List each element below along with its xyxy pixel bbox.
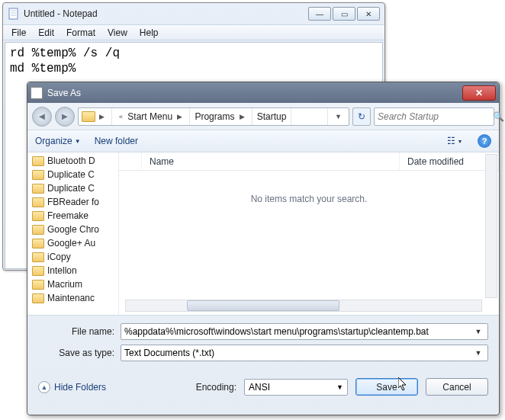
folder-icon [32, 211, 44, 221]
menu-help[interactable]: Help [134, 26, 164, 40]
toolbar: Organize ▼ New folder ☷▼ ? [27, 130, 499, 152]
tree-item[interactable]: Freemake [27, 209, 118, 223]
folder-icon [32, 184, 44, 194]
tree-item[interactable]: Google+ Au [27, 236, 118, 250]
svg-rect-0 [9, 8, 18, 19]
folder-icon [32, 239, 44, 248]
encoding-select[interactable]: ANSI▼ [244, 379, 348, 396]
nav-bar: ◄ ► ▶ « Start Menu ▶ Programs ▶ Startup … [27, 103, 499, 130]
savetype-select[interactable]: Text Documents (*.txt)▼ [121, 345, 488, 361]
folder-icon [32, 266, 44, 276]
dialog-icon [31, 87, 43, 99]
hide-folders-toggle[interactable]: ▲ Hide Folders [38, 381, 106, 393]
cancel-button[interactable]: Cancel [426, 378, 488, 396]
folder-tree[interactable]: Bluetooth D Duplicate C Duplicate C FBRe… [27, 152, 119, 315]
search-box[interactable]: 🔍 [374, 107, 494, 126]
folder-icon [32, 156, 44, 166]
filename-label: File name: [38, 326, 121, 337]
crumb-startup[interactable]: Startup [257, 111, 287, 122]
col-date[interactable]: Date modified [400, 152, 499, 170]
view-menu[interactable]: ☷▼ [445, 133, 464, 149]
scrollbar-thumb[interactable] [187, 300, 339, 311]
horizontal-scrollbar[interactable] [125, 300, 482, 312]
savetype-label: Save as type: [38, 348, 121, 358]
menu-file[interactable]: File [6, 26, 31, 40]
menu-view[interactable]: View [102, 26, 133, 40]
refresh-button[interactable]: ↻ [352, 107, 371, 126]
folder-icon [32, 252, 44, 262]
search-input[interactable] [378, 111, 493, 122]
folder-icon [32, 197, 44, 207]
crumb-programs[interactable]: Programs [195, 111, 234, 122]
tree-item[interactable]: Macrium [27, 277, 118, 291]
column-headers: Name Date modified [119, 152, 499, 171]
tree-item[interactable]: Maintenanc [27, 291, 118, 305]
folder-icon [82, 111, 95, 122]
tree-item[interactable]: iCopy [27, 250, 118, 264]
notepad-icon [8, 8, 20, 20]
col-name[interactable]: Name [142, 152, 400, 170]
saveas-close-button[interactable]: ✕ [462, 85, 496, 101]
saveas-title: Save As [47, 88, 462, 98]
close-button[interactable]: ✕ [357, 7, 380, 21]
search-icon: 🔍 [493, 111, 504, 122]
tree-item[interactable]: Duplicate C [27, 181, 118, 195]
save-as-dialog: Save As ✕ ◄ ► ▶ « Start Menu ▶ Programs … [27, 82, 500, 415]
tree-item[interactable]: Intellon [27, 264, 118, 277]
crumb-start-menu[interactable]: Start Menu [127, 111, 172, 122]
folder-icon [32, 293, 44, 303]
minimize-button[interactable]: — [308, 7, 331, 21]
tree-item[interactable]: FBReader fo [27, 195, 118, 209]
expand-icon: ▲ [38, 381, 50, 393]
back-button[interactable]: ◄ [32, 107, 52, 127]
tree-item[interactable]: Bluetooth D [27, 154, 118, 168]
empty-message: No items match your search. [119, 194, 499, 204]
organize-menu[interactable]: Organize ▼ [35, 136, 81, 146]
new-folder-button[interactable]: New folder [95, 136, 138, 146]
folder-icon [32, 280, 44, 290]
maximize-button[interactable]: ▭ [333, 7, 355, 21]
notepad-titlebar[interactable]: Untitled - Notepad — ▭ ✕ [3, 3, 384, 24]
saveas-titlebar[interactable]: Save As ✕ [27, 82, 499, 103]
notepad-title: Untitled - Notepad [24, 8, 307, 19]
notepad-menubar: File Edit Format View Help [3, 24, 384, 40]
save-button[interactable]: Save [355, 378, 418, 396]
tree-item[interactable]: Duplicate C [27, 168, 118, 181]
help-button[interactable]: ? [478, 134, 491, 148]
menu-edit[interactable]: Edit [33, 26, 60, 40]
tree-item[interactable]: Google Chro [27, 223, 118, 236]
folder-icon [32, 170, 44, 180]
breadcrumb[interactable]: ▶ « Start Menu ▶ Programs ▶ Startup ▼ [78, 107, 349, 126]
forward-button[interactable]: ► [55, 107, 75, 127]
menu-format[interactable]: Format [61, 26, 101, 40]
file-list[interactable]: Name Date modified No items match your s… [119, 152, 499, 315]
encoding-label: Encoding: [196, 382, 236, 393]
vertical-scrollbar[interactable] [485, 154, 497, 298]
folder-icon [32, 225, 44, 235]
filename-input[interactable]: %appdata%\microsoft\windows\start menu\p… [121, 323, 488, 340]
